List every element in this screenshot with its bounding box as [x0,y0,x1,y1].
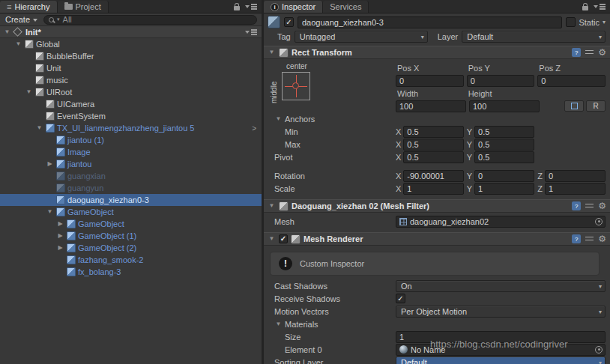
foldout-triangle[interactable]: ▼ [268,203,276,209]
blueprint-mode-button[interactable] [564,100,584,112]
presets-icon[interactable] [585,49,594,56]
pos-x-field[interactable]: 0 [396,75,464,87]
hierarchy-item[interactable]: Image [0,146,262,158]
foldout-triangle[interactable]: ▼ [274,321,283,327]
rect-transform-header[interactable]: ▼ Rect Transform [264,46,610,59]
hierarchy-item[interactable]: jiantou (1) [0,134,262,146]
rotation-x-field[interactable]: -90.00001 [403,170,463,182]
hierarchy-item[interactable]: ▶GameObject [0,218,262,230]
foldout-triangle[interactable]: ▶ [46,161,54,167]
panel-menu-icon[interactable] [245,3,257,10]
hierarchy-item[interactable]: BubbleBuffer [0,50,262,62]
tab-hierarchy[interactable]: Hierarchy [0,1,58,13]
width-field[interactable]: 100 [396,100,466,112]
anchors-min-x-field[interactable]: 0.5 [403,126,463,138]
static-dropdown-arrow-icon[interactable]: ▾ [603,19,606,25]
presets-icon[interactable] [585,203,594,210]
search-filter-arrow-icon[interactable]: ▾ [57,16,60,22]
gameobject-icon [67,231,76,240]
scene-row[interactable]: ▼ Init* [0,26,262,38]
foldout-triangle[interactable]: ▼ [25,89,33,95]
hierarchy-item[interactable]: EventSystem [0,110,262,122]
layer-dropdown[interactable]: Default [462,31,606,43]
hierarchy-item[interactable]: ▼GameObject [0,206,262,218]
hierarchy-item[interactable]: UICamera [0,98,262,110]
tab-inspector[interactable]: Inspector [264,1,323,13]
static-checkbox[interactable] [566,17,576,27]
anchor-preset-box[interactable] [282,72,310,100]
anchor-preset-widget[interactable]: center middle [270,62,324,112]
foldout-triangle[interactable]: ▼ [3,29,11,35]
foldout-triangle[interactable]: ▼ [46,209,54,215]
help-icon[interactable] [572,234,581,243]
create-button[interactable]: Create [3,15,40,24]
hierarchy-item[interactable]: fx_bolang-3 [0,266,262,278]
panel-menu-icon[interactable] [594,3,606,10]
presets-icon[interactable] [585,236,594,243]
raw-edit-mode-button[interactable]: R [586,100,606,112]
mesh-renderer-enabled-checkbox[interactable] [279,234,288,243]
height-field[interactable]: 100 [469,100,540,112]
hierarchy-item[interactable]: ▼TX_UI_lianmengzhanzheng_jiantou 5> [0,122,262,134]
element0-object-field[interactable]: No Name [396,344,606,356]
hierarchy-item[interactable]: Unit [0,62,262,74]
hierarchy-item[interactable]: ▼UIRoot [0,86,262,98]
object-name: daoguang_xiezhan0-3 [302,18,384,27]
pos-z-field[interactable]: 0 [537,75,606,87]
foldout-triangle[interactable]: ▼ [268,49,276,55]
search-input[interactable]: ▾ All [43,15,257,25]
scene-menu-icon[interactable] [245,28,257,35]
rotation-z-field[interactable]: 0 [545,170,606,182]
foldout-triangle[interactable]: ▼ [35,125,43,131]
scale-z-field[interactable]: 1 [545,183,606,195]
foldout-triangle[interactable]: ▶ [56,245,64,251]
hierarchy-item[interactable]: music [0,74,262,86]
foldout-triangle[interactable]: ▼ [268,236,276,242]
scale-y-field[interactable]: 1 [474,183,534,195]
hierarchy-item[interactable]: ▶GameObject (2) [0,242,262,254]
pivot-x-field[interactable]: 0.5 [403,151,463,163]
scale-x-field[interactable]: 1 [403,183,463,195]
gear-icon[interactable] [598,48,606,57]
hierarchy-item[interactable]: ▶jiantou [0,158,262,170]
materials-size-field[interactable]: 1 [396,331,606,343]
foldout-triangle[interactable]: ▶ [56,221,64,227]
foldout-triangle[interactable]: ▼ [14,41,22,47]
foldout-triangle[interactable]: ▶ [56,233,64,239]
gear-icon[interactable] [598,234,606,243]
foldout-triangle[interactable]: ▼ [274,116,283,122]
rotation-y-field[interactable]: 0 [474,170,534,182]
hierarchy-item[interactable]: ▶GameObject (1) [0,230,262,242]
pivot-y-field[interactable]: 0.5 [474,151,534,163]
lock-icon[interactable] [234,6,240,10]
hierarchy-item[interactable]: guangxian [0,170,262,182]
object-name-field[interactable]: daoguang_xiezhan0-3 [298,16,562,28]
pos-y-field[interactable]: 0 [467,75,535,87]
object-picker-icon[interactable] [595,346,603,354]
mesh-renderer-header[interactable]: ▼ Mesh Renderer [264,232,610,246]
prefab-chevron-icon[interactable]: > [252,124,262,133]
hierarchy-item[interactable]: fazhang_smook-2 [0,254,262,266]
hierarchy-item[interactable]: ▼Global [0,38,262,50]
motion-vectors-dropdown[interactable]: Per Object Motion [396,306,606,318]
static-group[interactable]: Static ▾ [566,17,606,27]
help-icon[interactable] [572,201,581,210]
anchors-max-x-field[interactable]: 0.5 [403,139,463,151]
lock-icon[interactable] [582,6,588,10]
cast-shadows-dropdown[interactable]: On [396,280,606,292]
anchors-min-y-field[interactable]: 0.5 [474,126,534,138]
gear-icon[interactable] [598,201,606,210]
hierarchy-item[interactable]: daoguang_xiezhan0-3 [0,194,262,206]
tab-project[interactable]: Project [58,1,109,13]
tag-dropdown[interactable]: Untagged [295,31,428,43]
active-checkbox[interactable] [284,17,294,27]
sorting-layer-dropdown[interactable]: Default [396,357,606,364]
hierarchy-item[interactable]: guangyun [0,182,262,194]
tab-services[interactable]: Services [323,1,369,13]
mesh-filter-header[interactable]: ▼ Daoguang_xiezhan 02 (Mesh Filter) [264,199,610,213]
object-picker-icon[interactable] [595,218,603,225]
help-icon[interactable] [572,48,581,57]
anchors-max-y-field[interactable]: 0.5 [474,139,534,151]
mesh-object-field[interactable]: daoguang_xiezhan02 [396,216,606,228]
receive-shadows-checkbox[interactable] [396,294,405,303]
